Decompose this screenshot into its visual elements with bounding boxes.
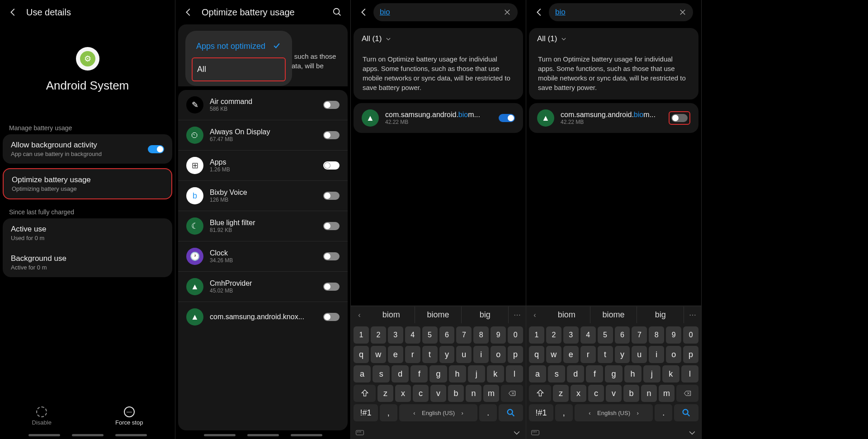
key-k[interactable]: k bbox=[662, 365, 679, 382]
key-4[interactable]: 4 bbox=[405, 326, 420, 344]
search-icon[interactable] bbox=[332, 7, 342, 17]
key-r[interactable]: r bbox=[580, 346, 596, 363]
search-input[interactable] bbox=[555, 8, 679, 17]
key-o[interactable]: o bbox=[666, 346, 681, 363]
app-toggle[interactable] bbox=[323, 131, 340, 139]
key-2[interactable]: 2 bbox=[546, 326, 561, 344]
allow-bg-toggle[interactable] bbox=[148, 145, 164, 153]
search-key[interactable] bbox=[499, 404, 523, 421]
symbols-key[interactable]: !#1 bbox=[354, 404, 378, 421]
key-h[interactable]: h bbox=[624, 365, 642, 382]
search-bar[interactable] bbox=[373, 3, 518, 21]
dropdown-option-all[interactable]: All bbox=[192, 57, 286, 81]
key-y[interactable]: y bbox=[615, 346, 630, 363]
key-s[interactable]: s bbox=[373, 365, 390, 382]
app-row[interactable]: ✎ Air command 586 KB bbox=[178, 90, 348, 120]
key-v[interactable]: v bbox=[430, 385, 446, 402]
period-key[interactable]: . bbox=[479, 404, 497, 421]
more-icon[interactable]: ⋯ bbox=[509, 311, 526, 319]
period-key[interactable]: . bbox=[655, 404, 672, 421]
suggestion[interactable]: biome bbox=[415, 307, 462, 323]
key-i[interactable]: i bbox=[649, 346, 664, 363]
app-toggle[interactable] bbox=[499, 114, 515, 122]
app-row[interactable]: ⏲ Always On Display 67.47 MB bbox=[178, 120, 348, 151]
allow-background-row[interactable]: Allow background activity App can use ba… bbox=[3, 134, 172, 164]
suggestion[interactable]: biom bbox=[543, 307, 590, 323]
app-row[interactable]: ▲ CmhProvider 45.02 MB bbox=[178, 272, 348, 302]
app-toggle[interactable] bbox=[323, 283, 340, 291]
key-c[interactable]: c bbox=[413, 385, 429, 402]
key-x[interactable]: x bbox=[395, 385, 411, 402]
key-u[interactable]: u bbox=[632, 346, 647, 363]
key-a[interactable]: a bbox=[529, 365, 546, 382]
search-input[interactable] bbox=[380, 8, 503, 17]
suggestion[interactable]: biom bbox=[368, 307, 415, 323]
key-8[interactable]: 8 bbox=[473, 326, 489, 344]
key-y[interactable]: y bbox=[439, 346, 455, 363]
more-icon[interactable]: ⋯ bbox=[684, 311, 701, 319]
key-6[interactable]: 6 bbox=[615, 326, 630, 344]
app-row[interactable]: ▲ com.samsung.android.biom... 42.22 MB bbox=[354, 103, 523, 133]
back-icon[interactable] bbox=[8, 7, 18, 17]
app-row[interactable]: ☾ Blue light filter 81.92 KB bbox=[178, 211, 348, 241]
key-w[interactable]: w bbox=[371, 346, 386, 363]
key-a[interactable]: a bbox=[354, 365, 371, 382]
key-x[interactable]: x bbox=[571, 385, 586, 402]
key-1[interactable]: 1 bbox=[354, 326, 369, 344]
key-b[interactable]: b bbox=[623, 385, 639, 402]
back-icon[interactable] bbox=[184, 7, 193, 17]
key-l[interactable]: l bbox=[681, 365, 698, 382]
app-toggle[interactable] bbox=[323, 161, 340, 170]
chevron-down-icon[interactable] bbox=[512, 428, 521, 437]
key-v[interactable]: v bbox=[606, 385, 622, 402]
app-row[interactable]: ▲ com.samsung.android.biom... 42.22 MB bbox=[529, 103, 698, 133]
app-row[interactable]: b Bixby Voice 126 MB bbox=[178, 181, 348, 211]
key-z[interactable]: z bbox=[553, 385, 569, 402]
key-s[interactable]: s bbox=[548, 365, 565, 382]
keyboard-icon[interactable] bbox=[531, 428, 540, 437]
key-n[interactable]: n bbox=[641, 385, 657, 402]
key-7[interactable]: 7 bbox=[456, 326, 472, 344]
key-i[interactable]: i bbox=[473, 346, 489, 363]
force-stop-button[interactable]: Force stop bbox=[115, 406, 143, 426]
key-c[interactable]: c bbox=[588, 385, 604, 402]
app-row[interactable]: 🕐 Clock 34.26 MB bbox=[178, 241, 348, 272]
key-q[interactable]: q bbox=[529, 346, 544, 363]
key-3[interactable]: 3 bbox=[563, 326, 579, 344]
app-toggle[interactable] bbox=[323, 101, 340, 109]
shift-key[interactable] bbox=[354, 385, 376, 402]
comma-key[interactable]: , bbox=[555, 404, 573, 421]
key-f[interactable]: f bbox=[586, 365, 603, 382]
app-toggle[interactable] bbox=[671, 114, 688, 122]
clear-icon[interactable] bbox=[679, 8, 687, 16]
chevron-left-icon[interactable]: ‹ bbox=[526, 311, 543, 319]
key-3[interactable]: 3 bbox=[388, 326, 403, 344]
key-2[interactable]: 2 bbox=[371, 326, 386, 344]
key-z[interactable]: z bbox=[377, 385, 393, 402]
key-l[interactable]: l bbox=[506, 365, 523, 382]
key-r[interactable]: r bbox=[405, 346, 420, 363]
app-toggle[interactable] bbox=[323, 192, 340, 200]
optimize-battery-row[interactable]: Optimize battery usage Optimizing batter… bbox=[3, 168, 172, 199]
search-key[interactable] bbox=[674, 404, 698, 421]
key-p[interactable]: p bbox=[508, 346, 523, 363]
nav-bar[interactable] bbox=[175, 430, 350, 439]
key-t[interactable]: t bbox=[598, 346, 613, 363]
clear-icon[interactable] bbox=[503, 8, 511, 16]
suggestion[interactable]: biome bbox=[590, 307, 637, 323]
search-bar[interactable] bbox=[549, 3, 693, 21]
key-o[interactable]: o bbox=[491, 346, 506, 363]
key-d[interactable]: d bbox=[567, 365, 584, 382]
key-0[interactable]: 0 bbox=[683, 326, 698, 344]
key-1[interactable]: 1 bbox=[529, 326, 544, 344]
app-row[interactable]: ▲ com.samsung.android.knox... bbox=[178, 302, 348, 332]
key-8[interactable]: 8 bbox=[649, 326, 664, 344]
key-e[interactable]: e bbox=[388, 346, 403, 363]
key-0[interactable]: 0 bbox=[508, 326, 523, 344]
keyboard-icon[interactable] bbox=[355, 428, 364, 437]
back-icon[interactable] bbox=[534, 7, 544, 17]
key-4[interactable]: 4 bbox=[580, 326, 596, 344]
suggestion[interactable]: big bbox=[462, 307, 509, 323]
key-j[interactable]: j bbox=[643, 365, 660, 382]
app-row[interactable]: ⊞ Apps 1.26 MB bbox=[178, 151, 348, 181]
